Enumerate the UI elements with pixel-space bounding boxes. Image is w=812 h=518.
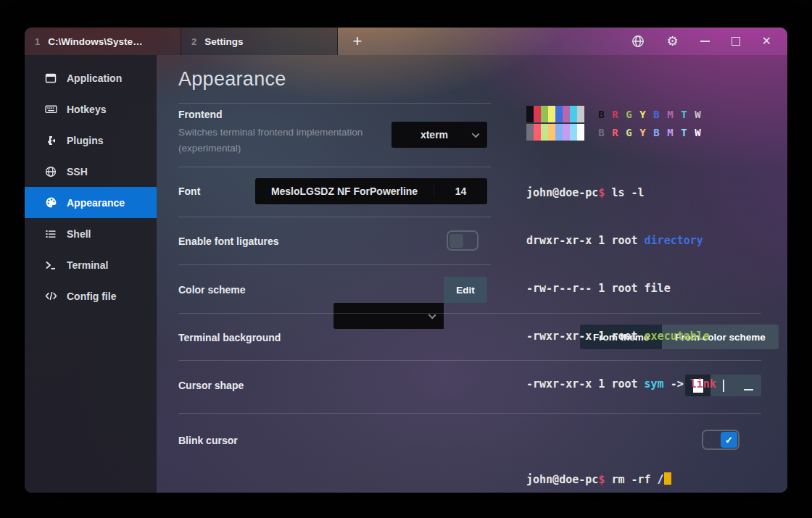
gear-icon[interactable]: ⚙ bbox=[666, 35, 678, 48]
terminal-sample-text: john@doe-pc$ ls -l drwxr-xr-x 1 root dir… bbox=[526, 153, 758, 493]
tab-title: C:\Windows\Syste… bbox=[48, 36, 142, 47]
globe-icon bbox=[44, 166, 57, 177]
cursor-shape-label: Cursor shape bbox=[178, 380, 244, 391]
sidebar-item-label: Config file bbox=[67, 291, 116, 302]
tab-bar: 1 C:\Windows\Syste… 2 Settings + ⚙ ✕ bbox=[25, 28, 787, 55]
tab-title: Settings bbox=[204, 36, 243, 47]
toggle-knob bbox=[450, 234, 463, 248]
swatch bbox=[534, 106, 541, 122]
minimize-button[interactable] bbox=[700, 41, 710, 42]
settings-content: Appearance Frontend Switches terminal fr… bbox=[157, 55, 787, 493]
font-label: Font bbox=[178, 185, 200, 197]
sidebar-item-shell[interactable]: Shell bbox=[25, 218, 157, 249]
sidebar-item-ssh[interactable]: SSH bbox=[25, 156, 157, 187]
swatch bbox=[526, 106, 534, 122]
terminal-icon bbox=[44, 259, 57, 271]
sidebar-item-label: Terminal bbox=[67, 259, 108, 271]
tab-cmd[interactable]: 1 C:\Windows\Syste… bbox=[25, 28, 181, 55]
divider bbox=[178, 103, 491, 104]
terminal-line: john@doe-pc$ ls -l bbox=[526, 185, 758, 201]
font-ligatures-label: Enable font ligatures bbox=[178, 235, 278, 247]
terminal-line: -rwxr-xr-x 1 root sym -> link bbox=[526, 376, 758, 392]
color-palette-preview: B R G Y B M T W bbox=[526, 106, 758, 141]
sidebar-item-label: Appearance bbox=[67, 197, 125, 209]
tab-index: 1 bbox=[35, 36, 40, 47]
swatch bbox=[548, 106, 555, 122]
swatch bbox=[555, 106, 563, 122]
palette-letters-normal: B R G Y B M T W bbox=[594, 109, 705, 120]
color-scheme-edit-button[interactable]: Edit bbox=[444, 277, 487, 303]
terminal-line bbox=[526, 424, 758, 440]
new-tab-button[interactable]: + bbox=[338, 28, 377, 55]
terminal-preview: B R G Y B M T W bbox=[526, 106, 758, 493]
divider bbox=[178, 264, 491, 265]
tab-settings[interactable]: 2 Settings bbox=[181, 28, 338, 55]
sidebar-item-terminal[interactable]: Terminal bbox=[25, 249, 157, 280]
maximize-button[interactable] bbox=[732, 37, 740, 46]
puzzle-icon bbox=[44, 135, 57, 146]
app-window-icon bbox=[44, 72, 57, 84]
frontend-label: Frontend bbox=[178, 109, 223, 120]
sidebar-item-label: Shell bbox=[67, 228, 91, 240]
page-title: Appearance bbox=[178, 68, 286, 91]
sidebar-item-label: SSH bbox=[67, 166, 88, 177]
terminal-line: -rw-r--r-- 1 root file bbox=[526, 280, 758, 296]
terminal-line: drwxr-xr-x 1 root directory bbox=[526, 233, 758, 248]
swatch bbox=[563, 106, 570, 122]
swatch bbox=[577, 124, 584, 141]
settings-sidebar: Application Hotkeys Plugins SSH bbox=[25, 55, 157, 493]
sidebar-item-config-file[interactable]: Config file bbox=[25, 280, 157, 312]
sidebar-item-label: Hotkeys bbox=[67, 104, 106, 115]
sidebar-item-appearance[interactable]: Appearance bbox=[25, 187, 157, 218]
app-window: 1 C:\Windows\Syste… 2 Settings + ⚙ ✕ bbox=[25, 28, 787, 493]
swatch bbox=[526, 124, 534, 141]
list-icon bbox=[44, 228, 57, 240]
sidebar-item-label: Application bbox=[67, 72, 122, 84]
code-icon bbox=[44, 290, 57, 302]
terminal-cursor bbox=[664, 472, 671, 485]
close-button[interactable]: ✕ bbox=[762, 35, 771, 47]
swatch bbox=[541, 106, 548, 122]
frontend-description: Switches terminal frontend implementatio… bbox=[178, 125, 389, 156]
swatch bbox=[570, 106, 577, 122]
blink-cursor-label: Blink cursor bbox=[178, 435, 238, 446]
tab-index: 2 bbox=[191, 36, 196, 47]
keyboard-icon bbox=[44, 103, 57, 115]
sidebar-item-label: Plugins bbox=[67, 135, 104, 146]
swatch bbox=[548, 124, 555, 141]
terminal-background-label: Terminal background bbox=[178, 332, 281, 343]
font-size-input[interactable]: 14 bbox=[434, 185, 487, 197]
font-ligatures-toggle[interactable] bbox=[447, 230, 478, 251]
sidebar-item-hotkeys[interactable]: Hotkeys bbox=[25, 93, 157, 125]
swatch bbox=[555, 124, 563, 141]
terminal-line: john@doe-pc$ rm -rf / bbox=[526, 472, 758, 488]
web-globe-icon[interactable] bbox=[631, 35, 645, 48]
terminal-line: -rwxr-xr-x 1 root executable bbox=[526, 328, 758, 344]
palette-icon bbox=[44, 196, 57, 209]
swatch bbox=[534, 124, 541, 141]
swatch bbox=[563, 124, 570, 141]
swatch bbox=[541, 124, 548, 141]
color-scheme-select[interactable] bbox=[334, 303, 444, 329]
tab-bar-spacer bbox=[377, 28, 631, 55]
sidebar-item-application[interactable]: Application bbox=[25, 62, 157, 93]
palette-letters-bright: B R G Y B M T W bbox=[594, 127, 705, 138]
font-family-input[interactable]: MesloLGSDZ NF ForPowerline bbox=[255, 185, 434, 197]
frontend-select[interactable]: xterm bbox=[392, 122, 487, 148]
font-input-group: MesloLGSDZ NF ForPowerline 14 bbox=[255, 178, 487, 204]
swatch bbox=[570, 124, 577, 141]
window-controls: ⚙ ✕ bbox=[631, 28, 787, 55]
sidebar-item-plugins[interactable]: Plugins bbox=[25, 125, 157, 156]
divider bbox=[178, 167, 491, 167]
chevron-down-icon bbox=[472, 130, 480, 138]
swatch bbox=[577, 106, 584, 122]
divider bbox=[178, 217, 491, 217]
color-scheme-label: Color scheme bbox=[178, 284, 246, 296]
